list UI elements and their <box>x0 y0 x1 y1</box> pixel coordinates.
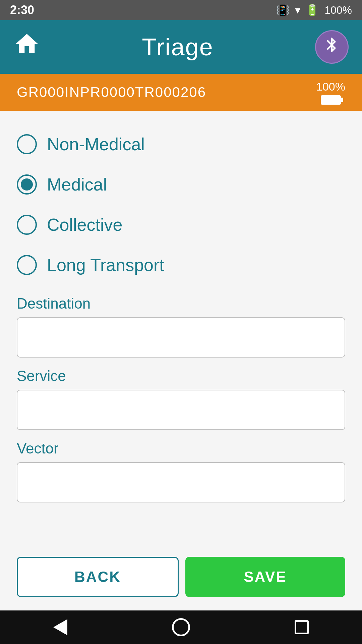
destination-field-group: Destination <box>17 295 345 358</box>
battery-percent-status: 100% <box>324 4 352 16</box>
radio-collective[interactable]: Collective <box>17 205 345 245</box>
radio-circle-long-transport[interactable] <box>17 255 37 275</box>
status-time: 2:30 <box>10 3 34 17</box>
service-label: Service <box>17 368 345 384</box>
back-button[interactable]: BACK <box>17 557 179 597</box>
home-icon[interactable] <box>13 31 40 64</box>
nav-home-icon <box>172 618 190 636</box>
destination-label: Destination <box>17 295 345 312</box>
nav-recents-button[interactable] <box>292 617 312 637</box>
header: Triage <box>0 20 362 74</box>
radio-circle-medical[interactable] <box>17 174 37 195</box>
status-bar: 2:30 📳 ▾ 🔋 100% <box>0 0 362 20</box>
page-title: Triage <box>142 33 213 61</box>
bottom-buttons: BACK SAVE <box>0 543 362 610</box>
battery-icon: 🔋 <box>306 4 319 16</box>
radio-label-non-medical: Non-Medical <box>47 134 145 154</box>
android-nav-bar <box>0 610 362 644</box>
save-button[interactable]: SAVE <box>185 557 345 597</box>
radio-label-collective: Collective <box>47 215 122 235</box>
nav-recents-icon <box>295 620 309 634</box>
radio-medical[interactable]: Medical <box>17 164 345 205</box>
radio-circle-collective[interactable] <box>17 215 37 235</box>
radio-label-medical: Medical <box>47 174 107 195</box>
nav-back-icon <box>53 619 67 635</box>
status-icons: 📳 ▾ 🔋 100% <box>276 4 352 16</box>
nav-back-button[interactable] <box>50 617 70 637</box>
vector-input[interactable] <box>17 462 345 502</box>
battery-indicator: 100% <box>316 80 345 105</box>
vector-field-group: Vector <box>17 440 345 502</box>
wifi-icon: ▾ <box>295 4 300 16</box>
vector-label: Vector <box>17 440 345 457</box>
battery-icon-orange <box>321 95 341 105</box>
bluetooth-icon <box>323 36 341 58</box>
bluetooth-button[interactable] <box>315 30 349 64</box>
record-id: GR000INPR0000TR000206 <box>17 84 206 100</box>
service-field-group: Service <box>17 368 345 430</box>
orange-bar: GR000INPR0000TR000206 100% <box>0 74 362 111</box>
main-content: Non-Medical Medical Collective Long Tran… <box>0 111 362 543</box>
radio-non-medical[interactable]: Non-Medical <box>17 124 345 164</box>
radio-circle-non-medical[interactable] <box>17 134 37 154</box>
radio-long-transport[interactable]: Long Transport <box>17 245 345 285</box>
vibrate-icon: 📳 <box>276 4 290 16</box>
service-input[interactable] <box>17 390 345 430</box>
nav-home-button[interactable] <box>171 617 191 637</box>
radio-label-long-transport: Long Transport <box>47 255 164 275</box>
battery-percent-orange: 100% <box>316 80 345 93</box>
destination-input[interactable] <box>17 317 345 358</box>
